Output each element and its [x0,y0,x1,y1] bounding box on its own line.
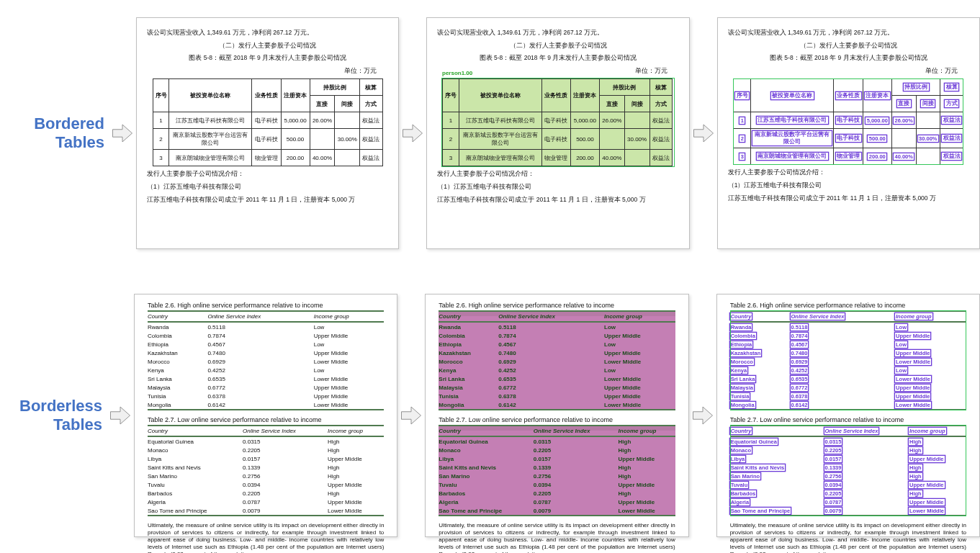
cn-p4: 单位：万元 [147,66,388,76]
structure-box: 序号被投资单位名称业务性质注册资本持股比例核算 直接间接方式 1江苏五维电子科技… [733,78,963,165]
en-table-27: CountryOnline Service IndexIncome group … [148,425,384,516]
panel-cn-structure: 该公司实现营业收入 1,349.61 万元，净利润 267.12 万元。 （二）… [717,17,980,249]
cn-p5: 发行人主要参股子公司情况介绍： [147,169,388,179]
cn-p7: 江苏五维电子科技有限公司成立于 2011 年 11 月 1 日，注册资本 5,0… [147,195,388,205]
panel-en-structure: Table 2.6. High online service performan… [716,294,980,537]
panel-cn-original: 该公司实现营业收入 1,349.61 万元，净利润 267.12 万元。 （二）… [136,17,399,249]
row-bordered: BorderedTables 该公司实现营业收入 1,349.61 万元，净利润… [0,13,980,253]
arrow-icon [400,405,422,426]
en-table-26: CountryOnline Service IndexIncome group … [148,310,384,410]
label-bordered: BorderedTables [0,114,109,153]
arrow-icon [402,122,423,144]
detection-box: 序号被投资单位名称业务性质注册资本持股比例核算 直接间接方式 1江苏五维电子科技… [442,78,674,166]
cn-p6: （1）江苏五维电子科技有限公司 [147,182,388,192]
label-borderless: BorderlessTables [0,397,107,435]
panel-cn-detect: 该公司实现营业收入 1,349.61 万元，净利润 267.12 万元。 （二）… [426,17,689,249]
en-table-27: CountryOnline Service IndexIncome groupE… [439,425,675,516]
cn-p2: （二）发行人主要参股子公司情况 [147,41,388,51]
arrow-icon [692,405,714,426]
en-table-27: CountryOnline Service IndexIncome groupE… [730,425,966,516]
cn-p1: 该公司实现营业收入 1,349.61 万元，净利润 267.12 万元。 [147,28,388,38]
panel-en-detect: Table 2.6. High online service performan… [425,294,688,537]
en-table-26: CountryOnline Service IndexIncome groupR… [730,310,966,410]
arrow-icon [109,405,131,426]
arrow-icon [112,122,133,144]
cn-table: 序号被投资单位名称业务性质注册资本持股比例核算 直接间接方式 1江苏五维电子科技… [153,78,383,166]
en-table-26: CountryOnline Service IndexIncome groupR… [439,310,675,410]
row-borderless: BorderlessTables Table 2.6. High online … [0,289,980,541]
panel-en-original: Table 2.6. High online service performan… [134,294,397,537]
arrow-icon [693,122,714,144]
cn-p3: 图表 5-8：截至 2018 年 9 月末发行人主要参股公司情况 [147,53,388,63]
